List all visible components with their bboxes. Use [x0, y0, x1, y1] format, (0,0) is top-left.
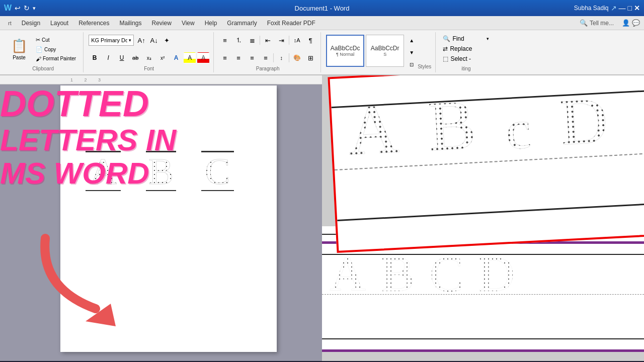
select-button[interactable]: ⬚ Select - — [441, 54, 491, 63]
cut-button[interactable]: ✂ Cut — [33, 36, 79, 44]
customize-icon[interactable]: ▾ — [33, 5, 36, 12]
replace-label: Replace — [450, 45, 472, 52]
search-icon: 🔍 — [580, 19, 588, 27]
undo-icon[interactable]: ↩ — [15, 4, 21, 12]
superscript-button[interactable]: x² — [156, 52, 169, 63]
decrease-font-button[interactable]: A↓ — [148, 35, 160, 46]
maximize-icon[interactable]: □ — [628, 4, 632, 12]
red-card-bot-line — [337, 202, 644, 221]
menu-item-layout[interactable]: Layout — [46, 19, 72, 28]
para-row1: ≡ ⒈ ≣ ⇤ ⇥ ↕A ¶ — [219, 32, 316, 48]
font-name-value: KG Primary Do — [91, 37, 127, 43]
styles-expand-button[interactable]: ⊡ — [406, 59, 418, 70]
comments-icon[interactable]: 💬 — [632, 19, 640, 27]
bottom-line-b — [146, 190, 176, 191]
line-spacing-button[interactable]: ↕ — [275, 52, 287, 63]
paste-button[interactable]: 📋 Paste — [7, 35, 31, 64]
menu-item-foxit[interactable]: Foxit Reader PDF — [263, 19, 319, 28]
paragraph-group: ≡ ⒈ ≣ ⇤ ⇥ ↕A ¶ ≡ ≡ ≡ ≡ ↕ 🎨 ⊞ Par — [215, 32, 321, 72]
word-logo-icon: W — [4, 4, 12, 13]
share-ribbon-icon[interactable]: 👤 — [622, 19, 630, 27]
user-name: Subha Sadiq — [574, 5, 609, 12]
red-card-letter-c: c — [505, 102, 532, 158]
font-group: KG Primary Do ▾ A↑ A↓ ✦ B I U ab x₂ x² A… — [85, 32, 214, 72]
bullets-button[interactable]: ≡ — [219, 35, 231, 46]
shading-button[interactable]: 🎨 — [291, 52, 303, 63]
menu-item-mailings[interactable]: Mailings — [116, 19, 146, 28]
purple-card-letters: A B C D — [330, 249, 515, 299]
menu-item-view[interactable]: View — [178, 19, 199, 28]
purple-card: A B C D — [322, 241, 644, 352]
format-painter-icon: 🖌 — [36, 56, 41, 62]
text-effects-button[interactable]: A — [170, 52, 182, 63]
red-card-letter-B: B — [427, 89, 477, 162]
para-divider2 — [289, 36, 289, 45]
share-icon[interactable]: ↗ — [611, 4, 617, 12]
subscript-button[interactable]: x₂ — [143, 52, 155, 63]
clipboard-row: 📋 Paste ✂ Cut 📄 Copy 🖌 Format Painter — [7, 32, 79, 66]
increase-font-button[interactable]: A↑ — [135, 35, 147, 46]
menu-item-rt[interactable]: rt — [4, 19, 16, 27]
ruler-marks: 1 2 3 — [70, 77, 106, 82]
numbering-button[interactable]: ⒈ — [232, 35, 245, 46]
font-color-button[interactable]: A — [197, 52, 209, 63]
red-card-letters: A B c D — [346, 93, 609, 166]
highlight-color-button[interactable]: A — [184, 52, 196, 63]
menu-item-review[interactable]: Review — [148, 19, 176, 28]
align-left-button[interactable]: ≡ — [219, 52, 231, 63]
show-para-button[interactable]: ¶ — [304, 35, 316, 46]
styles-group-label: Styles — [418, 64, 431, 70]
italic-button[interactable]: I — [102, 52, 114, 63]
editing-group-label: iting — [441, 66, 491, 72]
menu-item-design[interactable]: Design — [18, 19, 44, 28]
no-spacing-preview: AaBbCcDr — [371, 45, 399, 52]
overlay-line3: MS WORD — [0, 157, 262, 190]
format-painter-button[interactable]: 🖌 Format Painter — [33, 55, 79, 63]
left-panel: 1 2 3 A B — [0, 75, 322, 361]
minimize-icon[interactable]: — — [619, 4, 626, 12]
copy-label: Copy — [44, 47, 56, 52]
font-name-selector[interactable]: KG Primary Do ▾ — [89, 35, 134, 46]
menu-item-references[interactable]: References — [74, 19, 113, 28]
redo-icon[interactable]: ↻ — [24, 4, 30, 12]
find-label: Find — [452, 35, 464, 42]
normal-style-box[interactable]: AaBbCcDc ¶ Normal — [326, 35, 364, 67]
para-row2: ≡ ≡ ≡ ≡ ↕ 🎨 ⊞ — [219, 50, 316, 66]
styles-up-button[interactable]: ▲ — [406, 35, 418, 46]
styles-down-button[interactable]: ▼ — [406, 47, 418, 58]
increase-indent-button[interactable]: ⇥ — [275, 35, 287, 46]
copy-button[interactable]: 📄 Copy — [33, 45, 79, 54]
font-row1: KG Primary Do ▾ A↑ A↓ ✦ — [89, 32, 173, 48]
normal-style-name: ¶ Normal — [336, 52, 354, 57]
align-right-button[interactable]: ≡ — [246, 52, 258, 63]
tell-me-text[interactable]: Tell me... — [590, 20, 614, 27]
select-icon: ⬚ — [443, 55, 448, 62]
justify-button[interactable]: ≡ — [260, 52, 272, 63]
sort-button[interactable]: ↕A — [291, 35, 303, 46]
bottom-line-a — [86, 190, 121, 191]
format-painter-label: Format Painter — [43, 56, 76, 61]
para-divider4 — [289, 53, 289, 62]
para-divider1 — [260, 36, 260, 45]
copy-icon: 📄 — [36, 46, 43, 53]
overlay-line1: DOTTED — [0, 85, 262, 122]
underline-button[interactable]: U — [116, 52, 128, 63]
editing-buttons: 🔍 Find ▾ ⇄ Replace ⬚ Select - — [441, 32, 491, 63]
clear-format-button[interactable]: ✦ — [160, 35, 173, 46]
replace-button[interactable]: ⇄ Replace — [441, 44, 491, 53]
red-card-letter-A: A — [346, 93, 400, 166]
find-button[interactable]: 🔍 Find ▾ — [441, 34, 491, 43]
no-spacing-style-box[interactable]: AaBbCcDr S — [366, 35, 404, 67]
menu-item-grammarly[interactable]: Grammarly — [223, 19, 261, 28]
ribbon: 📋 Paste ✂ Cut 📄 Copy 🖌 Format Painter — [0, 30, 644, 75]
borders-button[interactable]: ⊞ — [304, 52, 316, 63]
main-content: 1 2 3 A B — [0, 75, 644, 361]
align-center-button[interactable]: ≡ — [232, 52, 245, 63]
multilevel-button[interactable]: ≣ — [246, 35, 258, 46]
close-icon[interactable]: ✕ — [634, 4, 640, 12]
bold-button[interactable]: B — [89, 52, 101, 63]
decrease-indent-button[interactable]: ⇤ — [262, 35, 274, 46]
strikethrough-button[interactable]: ab — [129, 52, 141, 63]
paragraph-group-label: Paragraph — [219, 66, 316, 72]
menu-item-help[interactable]: Help — [201, 19, 221, 28]
